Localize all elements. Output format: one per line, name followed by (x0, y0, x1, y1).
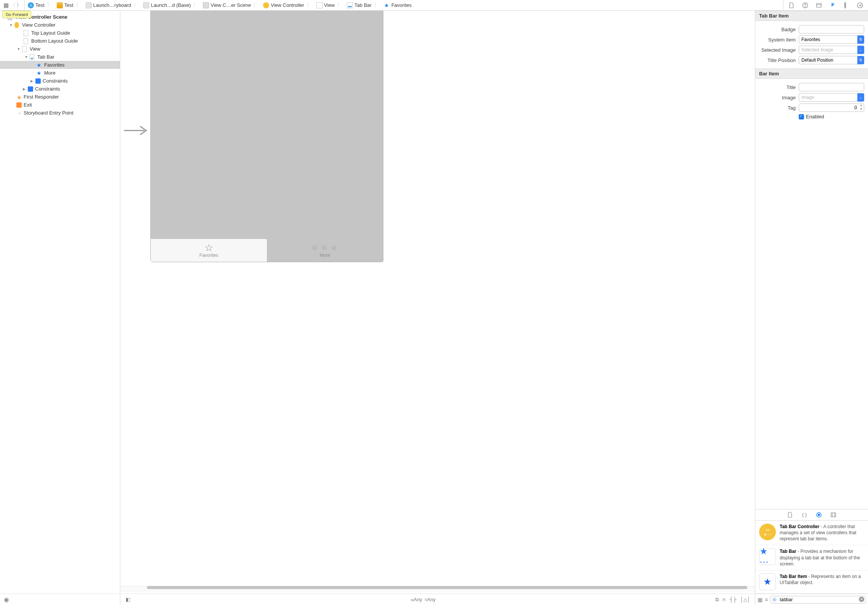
outline-bottom-layout-guide[interactable]: Bottom Layout Guide (0, 37, 120, 45)
crumb-folder[interactable]: Test〉 (55, 2, 84, 9)
chevron-down-icon[interactable]: ⌄ (857, 46, 864, 54)
filter-icon[interactable]: ◉ (4, 596, 9, 603)
enabled-checkbox[interactable]: Enabled (799, 114, 824, 119)
document-outline: ▼View Controller Scene ▼View Controller … (0, 11, 120, 605)
tab-bar-item-icon: ★ (759, 573, 776, 590)
stack-tool-icon[interactable]: ⧉ (715, 597, 719, 603)
crumb-scene[interactable]: View C…er Scene〉 (201, 2, 262, 9)
connections-inspector-tab[interactable] (856, 1, 864, 10)
outline-constraints-inner[interactable]: ▶Constraints (0, 77, 120, 85)
entry-arrow-icon (123, 125, 150, 136)
storyboard-canvas[interactable]: ☆ Favorites ○ ○ ○ More (120, 11, 755, 594)
breadcrumb: ATest〉 Test〉 Launch…ryboard〉 Launch…d (B… (25, 0, 783, 10)
selected-image-combo[interactable] (799, 46, 864, 54)
outline-more[interactable]: ★More (0, 69, 120, 77)
identity-inspector-tab[interactable] (815, 1, 823, 10)
system-item-select[interactable] (799, 35, 864, 44)
search-scope-icon[interactable]: ◎ (772, 597, 776, 602)
chevron-updown-icon[interactable]: ⇅ (857, 56, 864, 64)
outline-top-layout-guide[interactable]: Top Layout Guide (0, 29, 120, 37)
crumb-storyboard-file[interactable]: Launch…ryboard〉 (84, 2, 142, 9)
constraints-icon (35, 78, 41, 84)
badge-input[interactable] (799, 25, 864, 33)
object-library-tab[interactable] (815, 511, 823, 519)
star-outline-icon: ☆ (204, 243, 213, 253)
outline-view[interactable]: ▼View (0, 45, 120, 53)
nav-back[interactable]: 〈 (10, 2, 16, 9)
layout-guide-icon (24, 30, 28, 36)
pin-tool-icon[interactable]: ┤├ (729, 597, 736, 603)
exit-icon (16, 102, 22, 108)
crumb-project[interactable]: ATest〉 (26, 2, 55, 9)
outline-tree[interactable]: ▼View Controller Scene ▼View Controller … (0, 11, 120, 594)
tab-bar-canvas[interactable]: ☆ Favorites ○ ○ ○ More (151, 239, 383, 262)
tab-bar-controller-icon: ▭★ ▫ ▫ (759, 524, 776, 540)
file-template-library-tab[interactable] (786, 511, 794, 519)
clear-search-icon[interactable]: ✕ (859, 597, 864, 602)
tab-item-favorites[interactable]: ☆ Favorites (151, 239, 267, 262)
chevron-down-icon[interactable]: ⌄ (857, 93, 864, 102)
align-tool-icon[interactable]: ⎋ (723, 597, 726, 603)
view-controller-canvas[interactable]: ☆ Favorites ○ ○ ○ More (151, 11, 383, 262)
field-system-item: System Item ⇅ (759, 35, 864, 44)
field-selected-image: Selected Image ⌄ (759, 46, 864, 54)
attributes-inspector-tab[interactable] (828, 1, 837, 10)
quick-help-tab[interactable] (801, 1, 809, 10)
tag-stepper[interactable]: ▲▼ (858, 104, 864, 111)
crumb-view[interactable]: View〉 (315, 2, 345, 9)
jump-bar: ▦ 〈 〉 ATest〉 Test〉 Launch…ryboard〉 Launc… (0, 0, 868, 11)
library-list-view-icon[interactable]: ▦ (758, 597, 763, 603)
outline-entry-point[interactable]: →Storyboard Entry Point (0, 109, 120, 117)
code-snippet-library-tab[interactable]: { } (800, 511, 809, 519)
go-forward-tooltip: Go Forward (2, 11, 31, 18)
crumb-view-controller[interactable]: View Controller〉 (262, 2, 315, 9)
outline-view-controller[interactable]: ▼View Controller (0, 21, 120, 29)
outline-constraints-outer[interactable]: ▶Constraints (0, 85, 120, 93)
title-position-select[interactable] (799, 56, 864, 64)
library-item-tab-bar-item[interactable]: ★ Tab Bar Item - Represents an item on a… (755, 570, 868, 594)
file-inspector-tab[interactable] (787, 1, 796, 10)
view-controller-icon (263, 2, 269, 8)
outline-favorites[interactable]: ★Favorites (0, 61, 120, 69)
size-inspector-tab[interactable] (842, 1, 850, 10)
crumb-storyboard-base[interactable]: Launch…d (Base)〉 (142, 2, 201, 9)
file-icon (143, 2, 149, 8)
canvas-bottom-bar: ◧ wAny hAny ⧉ ⎋ ┤├ │△│ (120, 594, 755, 605)
folder-icon (57, 2, 63, 8)
toggle-outline-icon[interactable]: ◧ (126, 597, 130, 602)
star-icon: ★ (37, 70, 41, 76)
tabbar-icon (347, 2, 353, 8)
tag-input[interactable] (799, 103, 864, 112)
title-input[interactable] (799, 83, 864, 91)
field-title: Title (759, 83, 864, 91)
resolve-tool-icon[interactable]: │△│ (740, 597, 750, 603)
field-enabled: Enabled (759, 114, 864, 119)
related-items-icon[interactable]: ▦ (2, 2, 10, 9)
media-library-tab[interactable] (829, 511, 838, 519)
image-combo[interactable] (799, 93, 864, 102)
tab-label: More (320, 253, 330, 258)
nav-forward[interactable]: 〉 (16, 2, 22, 9)
library-search-input[interactable] (770, 596, 866, 603)
library-icon-view-icon[interactable]: ≡ (765, 597, 768, 603)
outline-tab-bar[interactable]: ▼Tab Bar (0, 53, 120, 61)
svg-rect-4 (845, 3, 846, 8)
chevron-updown-icon[interactable]: ⇅ (857, 35, 864, 44)
tab-item-more[interactable]: ○ ○ ○ More (267, 239, 383, 262)
outline-filter-bar: ◉ (0, 594, 120, 605)
inspector-scroll[interactable]: Tab Bar Item Badge System Item ⇅ Selecte… (755, 11, 868, 509)
file-icon (86, 2, 92, 8)
library-item-tab-bar-controller[interactable]: ▭★ ▫ ▫ Tab Bar Controller - A controller… (755, 521, 868, 546)
arrow-icon: → (16, 110, 22, 116)
view-icon (316, 2, 322, 8)
crumb-favorites[interactable]: ★Favorites (382, 2, 413, 8)
size-class-control[interactable]: wAny hAny (136, 597, 711, 602)
canvas-scroll-thumb[interactable] (147, 586, 747, 589)
jump-bar-nav: ▦ 〈 〉 (0, 0, 25, 10)
canvas-area: ☆ Favorites ○ ○ ○ More ◧ wAny hAny (120, 11, 755, 605)
object-library-list[interactable]: ▭★ ▫ ▫ Tab Bar Controller - A controller… (755, 521, 868, 594)
crumb-tab-bar[interactable]: Tab Bar〉 (345, 2, 382, 9)
library-item-tab-bar[interactable]: ★ ⋯ Tab Bar - Provides a mechanism for d… (755, 545, 868, 570)
outline-exit[interactable]: Exit (0, 101, 120, 109)
outline-first-responder[interactable]: ◈First Responder (0, 93, 120, 101)
